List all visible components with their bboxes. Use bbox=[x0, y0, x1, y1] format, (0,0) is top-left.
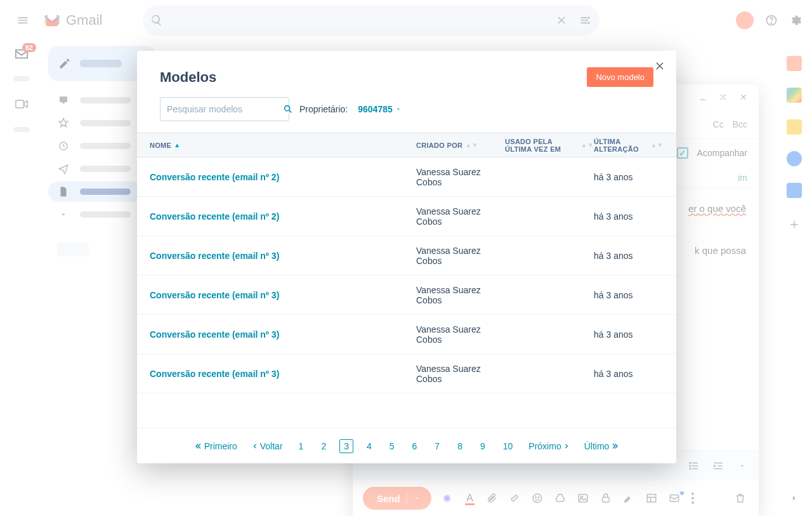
table-row: Conversão recente (email nº 3)Vanessa Su… bbox=[137, 275, 676, 315]
templates-table: NOME ▲ CRIADO POR ▲▼ USADO PELA ÚLTIMA V… bbox=[137, 133, 676, 428]
col-header-last-mod[interactable]: ÚLTIMA ALTERAÇÃO ▲▼ bbox=[594, 138, 664, 153]
page-prev[interactable]: Voltar bbox=[249, 440, 285, 453]
page-next[interactable]: Próximo bbox=[526, 440, 572, 453]
sort-icon: ▲▼ bbox=[581, 142, 594, 149]
sort-asc-icon: ▲ bbox=[174, 142, 180, 149]
sort-icon: ▲▼ bbox=[651, 142, 664, 149]
page-number[interactable]: 3 bbox=[339, 439, 353, 453]
table-row: Conversão recente (email nº 2)Vanessa Su… bbox=[137, 157, 676, 197]
page-number[interactable]: 7 bbox=[430, 439, 444, 453]
page-last[interactable]: Último bbox=[582, 440, 622, 453]
page-number[interactable]: 1 bbox=[294, 439, 308, 453]
page-number[interactable]: 4 bbox=[362, 439, 376, 453]
page-number[interactable]: 10 bbox=[499, 439, 518, 453]
template-created-by: Vanessa Suarez Cobos bbox=[416, 324, 505, 345]
table-header: NOME ▲ CRIADO POR ▲▼ USADO PELA ÚLTIMA V… bbox=[137, 133, 676, 157]
page-number[interactable]: 8 bbox=[453, 439, 467, 453]
template-last-mod: há 3 anos bbox=[594, 369, 664, 379]
template-name-link[interactable]: Conversão recente (email nº 3) bbox=[150, 290, 416, 300]
table-row: Conversão recente (email nº 3)Vanessa Su… bbox=[137, 236, 676, 275]
owner-filter-label: Proprietário: bbox=[299, 104, 348, 114]
template-last-mod: há 3 anos bbox=[594, 172, 664, 182]
search-icon bbox=[283, 104, 293, 114]
sort-icon: ▲▼ bbox=[465, 142, 478, 149]
page-number[interactable]: 2 bbox=[317, 439, 331, 453]
col-header-name[interactable]: NOME ▲ bbox=[150, 142, 416, 149]
page-number[interactable]: 6 bbox=[408, 439, 422, 453]
pagination: Primeiro Voltar 12345678910 Próximo Últi… bbox=[137, 428, 676, 463]
template-last-mod: há 3 anos bbox=[594, 290, 664, 300]
template-created-by: Vanessa Suarez Cobos bbox=[416, 285, 505, 305]
template-name-link[interactable]: Conversão recente (email nº 2) bbox=[150, 211, 416, 222]
template-last-mod: há 3 anos bbox=[594, 251, 664, 261]
new-template-button[interactable]: Novo modelo bbox=[587, 67, 653, 87]
col-header-last-used[interactable]: USADO PELA ÚLTIMA VEZ EM ▲▼ bbox=[505, 138, 594, 153]
template-search-input[interactable] bbox=[167, 104, 278, 114]
template-created-by: Vanessa Suarez Cobos bbox=[416, 364, 505, 384]
template-name-link[interactable]: Conversão recente (email nº 3) bbox=[150, 369, 416, 379]
table-row: Conversão recente (email nº 3)Vanessa Su… bbox=[137, 354, 676, 394]
template-last-mod: há 3 anos bbox=[594, 211, 664, 222]
col-header-created-by[interactable]: CRIADO POR ▲▼ bbox=[416, 142, 505, 149]
modal-title: Modelos bbox=[160, 69, 216, 86]
owner-filter-value: 9604785 bbox=[358, 104, 393, 114]
template-last-mod: há 3 anos bbox=[594, 329, 664, 340]
template-name-link[interactable]: Conversão recente (email nº 2) bbox=[150, 172, 416, 182]
modal-close-button[interactable] bbox=[653, 60, 666, 72]
page-number[interactable]: 5 bbox=[385, 439, 399, 453]
template-name-link[interactable]: Conversão recente (email nº 3) bbox=[150, 329, 416, 340]
page-number[interactable]: 9 bbox=[476, 439, 490, 453]
template-name-link[interactable]: Conversão recente (email nº 3) bbox=[150, 251, 416, 261]
table-row: Conversão recente (email nº 3)Vanessa Su… bbox=[137, 315, 676, 354]
template-created-by: Vanessa Suarez Cobos bbox=[416, 167, 505, 187]
templates-modal: Modelos Novo modelo Proprietário: 960478… bbox=[137, 51, 676, 463]
table-row: Conversão recente (email nº 2)Vanessa Su… bbox=[137, 197, 676, 236]
template-created-by: Vanessa Suarez Cobos bbox=[416, 246, 505, 266]
page-first[interactable]: Primeiro bbox=[192, 440, 240, 453]
template-search[interactable] bbox=[160, 97, 289, 121]
owner-filter-dropdown[interactable]: 9604785 bbox=[358, 104, 402, 114]
template-created-by: Vanessa Suarez Cobos bbox=[416, 206, 505, 227]
svg-point-21 bbox=[285, 106, 290, 111]
